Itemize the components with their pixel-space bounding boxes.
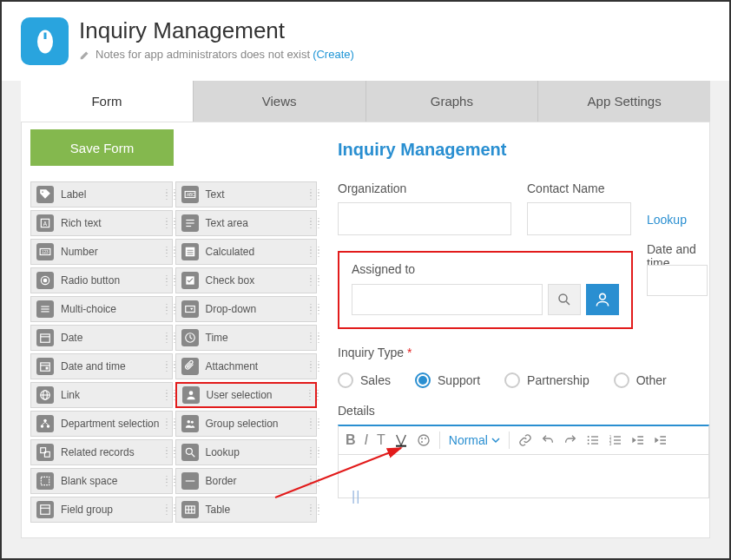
group-icon — [181, 415, 199, 432]
format-dropdown[interactable]: Normal — [449, 433, 500, 447]
datetime-icon — [36, 358, 54, 375]
drag-grip-icon: ⋮⋮⋮⋮ — [162, 420, 169, 427]
field-type-calculated[interactable]: Calculated⋮⋮⋮⋮ — [175, 239, 318, 265]
textarea-icon — [181, 214, 199, 232]
svg-rect-12 — [185, 247, 194, 257]
field-type-datetime[interactable]: Date and time⋮⋮⋮⋮ — [30, 353, 173, 379]
field-type-userselection[interactable]: User selection⋮⋮⋮⋮ — [175, 382, 318, 408]
assigned-search-button[interactable] — [548, 284, 581, 315]
tab-settings[interactable]: App Settings — [538, 81, 710, 122]
field-type-table[interactable]: Table⋮⋮⋮⋮ — [175, 497, 318, 523]
field-type-fieldgroup[interactable]: Field group⋮⋮⋮⋮ — [30, 497, 173, 523]
drag-grip-icon: ⋮⋮⋮⋮ — [306, 220, 313, 227]
drag-grip-icon: ⋮⋮⋮⋮ — [306, 363, 313, 370]
tab-form[interactable]: Form — [21, 81, 194, 122]
field-type-label[interactable]: Label⋮⋮⋮⋮ — [30, 181, 173, 208]
svg-text:3: 3 — [609, 442, 612, 446]
undo-button[interactable] — [541, 433, 555, 447]
userselection-icon — [182, 386, 200, 404]
assigned-input[interactable] — [352, 284, 543, 315]
drag-grip-icon: ⋮⋮⋮⋮ — [306, 449, 313, 456]
field-type-attachment[interactable]: Attachment⋮⋮⋮⋮ — [175, 353, 318, 379]
field-type-group[interactable]: Group selection⋮⋮⋮⋮ — [175, 411, 318, 437]
svg-point-58 — [418, 435, 429, 445]
outdent-button[interactable] — [631, 433, 645, 447]
dropdown-icon — [181, 300, 199, 318]
field-type-lookup[interactable]: Lookup⋮⋮⋮⋮ — [175, 439, 318, 465]
svg-point-63 — [588, 439, 589, 441]
field-type-department[interactable]: Department selection⋮⋮⋮⋮ — [30, 411, 173, 437]
drag-grip-icon: ⋮⋮⋮⋮ — [306, 248, 313, 255]
field-type-number[interactable]: 123Number⋮⋮⋮⋮ — [30, 239, 173, 265]
underline-button[interactable] — [394, 433, 408, 447]
details-field: Details B I T Normal 123 — [338, 404, 709, 498]
italic-button[interactable]: I — [365, 432, 368, 448]
svg-point-60 — [425, 438, 426, 439]
svg-line-55 — [566, 301, 570, 305]
border-icon — [181, 472, 199, 490]
list-ul-button[interactable] — [586, 433, 600, 447]
field-type-textarea[interactable]: Text area⋮⋮⋮⋮ — [175, 210, 318, 236]
details-editor[interactable] — [338, 455, 709, 498]
field-type-related[interactable]: Related records⋮⋮⋮⋮ — [30, 439, 173, 465]
field-type-time[interactable]: Time⋮⋮⋮⋮ — [175, 325, 318, 351]
field-type-date[interactable]: Date⋮⋮⋮⋮ — [30, 325, 173, 351]
field-type-dropdown[interactable]: Drop-down⋮⋮⋮⋮ — [175, 296, 318, 322]
drag-grip-icon: ⋮⋮⋮⋮ — [162, 478, 169, 484]
drag-grip-icon: ⋮⋮⋮⋮ — [306, 478, 313, 484]
drag-grip-icon: ⋮⋮⋮⋮ — [306, 420, 313, 427]
create-notes-link[interactable]: (Create) — [313, 48, 354, 61]
attachment-icon — [181, 358, 199, 375]
palette-button[interactable] — [417, 433, 431, 447]
main-tabs: Form Views Graphs App Settings — [21, 81, 710, 122]
field-type-checkbox[interactable]: Check box⋮⋮⋮⋮ — [175, 267, 318, 293]
svg-rect-30 — [46, 367, 49, 370]
svg-point-40 — [187, 420, 190, 424]
redo-button[interactable] — [563, 433, 577, 447]
drag-grip-icon: ⋮⋮⋮⋮ — [306, 306, 313, 313]
save-form-button[interactable]: Save Form — [30, 129, 174, 166]
drag-grip-icon: ⋮⋮⋮⋮ — [162, 306, 169, 313]
panel-resize-handle[interactable]: || — [352, 489, 360, 504]
form-builder: Save Form Label⋮⋮⋮⋮ABCText⋮⋮⋮⋮ARich text… — [21, 122, 710, 538]
datetime-input[interactable] — [647, 265, 708, 296]
field-type-radio[interactable]: Radio button⋮⋮⋮⋮ — [30, 267, 173, 293]
tab-views[interactable]: Views — [194, 81, 366, 122]
org-input[interactable] — [338, 202, 511, 235]
radio-support[interactable]: Support — [415, 372, 480, 388]
text-color-button[interactable]: T — [377, 432, 385, 448]
drag-grip-icon: ⋮⋮⋮⋮ — [306, 277, 313, 284]
assigned-user-picker-button[interactable] — [586, 284, 619, 315]
field-type-text[interactable]: ABCText⋮⋮⋮⋮ — [175, 181, 318, 208]
svg-rect-48 — [41, 505, 50, 515]
svg-point-36 — [41, 425, 44, 428]
app-icon — [21, 17, 69, 65]
svg-point-64 — [588, 443, 589, 445]
lookup-link[interactable]: Lookup — [647, 213, 687, 227]
user-icon — [594, 291, 611, 308]
drag-grip-icon: ⋮⋮⋮⋮ — [162, 277, 169, 284]
svg-rect-28 — [41, 363, 50, 371]
tab-graphs[interactable]: Graphs — [366, 81, 539, 122]
bold-button[interactable]: B — [346, 432, 356, 448]
contact-input[interactable] — [527, 202, 631, 235]
svg-line-45 — [191, 454, 194, 458]
field-type-multi[interactable]: Multi-choice⋮⋮⋮⋮ — [30, 296, 173, 322]
field-type-blank[interactable]: Blank space⋮⋮⋮⋮ — [30, 468, 173, 494]
app-title: Inquiry Management — [79, 17, 354, 44]
drag-grip-icon: ⋮⋮⋮⋮ — [306, 392, 313, 399]
field-type-border[interactable]: Border⋮⋮⋮⋮ — [175, 468, 318, 494]
svg-point-17 — [43, 279, 48, 283]
search-icon — [556, 292, 572, 307]
radio-other[interactable]: Other — [614, 372, 667, 388]
richtext-icon: A — [36, 214, 54, 232]
list-ol-button[interactable]: 123 — [609, 433, 622, 447]
indent-button[interactable] — [654, 433, 668, 447]
field-type-richtext[interactable]: ARich text⋮⋮⋮⋮ — [30, 210, 173, 236]
radio-sales[interactable]: Sales — [338, 372, 391, 388]
link-button[interactable] — [518, 433, 532, 447]
radio-partnership[interactable]: Partnership — [504, 372, 589, 388]
svg-point-62 — [588, 436, 589, 438]
svg-point-59 — [421, 438, 423, 439]
field-type-link[interactable]: Link⋮⋮⋮⋮ — [30, 382, 173, 408]
